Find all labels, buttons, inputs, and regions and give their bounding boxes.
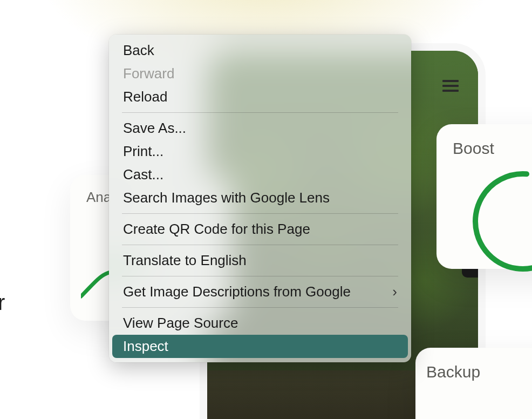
menu-item-label: Reload: [123, 89, 167, 105]
menu-item-cast[interactable]: Cast...: [112, 163, 408, 186]
menu-item-view-page-source[interactable]: View Page Source: [112, 312, 408, 335]
menu-item-label: View Page Source: [123, 315, 238, 332]
menu-item-get-image-descriptions-from-google[interactable]: Get Image Descriptions from Google›: [112, 280, 408, 303]
menu-divider: [122, 245, 398, 245]
menu-item-label: Forward: [123, 65, 174, 82]
menu-item-label: Translate to English: [123, 252, 247, 269]
page-text-fragment: r: [0, 290, 5, 315]
boost-card: Boost 94: [436, 124, 532, 269]
menu-item-reload[interactable]: Reload: [112, 85, 408, 109]
svg-point-0: [469, 167, 532, 275]
menu-divider: [122, 307, 398, 308]
menu-divider: [122, 213, 398, 214]
menu-item-back[interactable]: Back: [112, 39, 408, 62]
chevron-right-icon: ›: [392, 283, 397, 300]
backup-label: Backup: [426, 363, 532, 381]
menu-item-forward: Forward: [112, 62, 408, 85]
menu-item-label: Inspect: [123, 338, 168, 355]
menu-item-label: Save As...: [123, 120, 186, 137]
menu-item-label: Cast...: [123, 166, 163, 183]
backup-card: Backup: [415, 348, 532, 419]
menu-item-save-as[interactable]: Save As...: [112, 117, 408, 140]
menu-item-label: Get Image Descriptions from Google: [123, 283, 351, 300]
menu-item-label: Back: [123, 42, 154, 59]
boost-label: Boost: [453, 139, 532, 158]
boost-gauge: [469, 167, 532, 275]
menu-item-print[interactable]: Print...: [112, 140, 408, 163]
menu-item-label: Create QR Code for this Page: [123, 221, 310, 238]
menu-divider: [122, 276, 398, 276]
menu-item-label: Search Images with Google Lens: [123, 190, 330, 206]
menu-item-translate-to-english[interactable]: Translate to English: [112, 249, 408, 272]
menu-divider: [122, 112, 398, 113]
menu-item-label: Print...: [123, 143, 163, 160]
menu-item-create-qr-code-for-this-page[interactable]: Create QR Code for this Page: [112, 218, 408, 241]
menu-item-search-images-with-google-lens[interactable]: Search Images with Google Lens: [112, 186, 408, 210]
context-menu: BackForwardReloadSave As...Print...Cast.…: [109, 35, 411, 362]
menu-item-inspect[interactable]: Inspect: [112, 335, 408, 358]
hamburger-icon[interactable]: [442, 80, 459, 92]
